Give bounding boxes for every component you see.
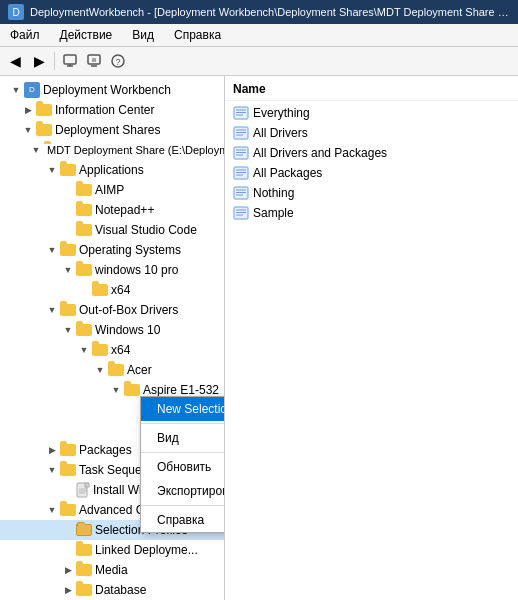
tree-label-win10pro: windows 10 pro	[95, 261, 178, 279]
expand-workbench[interactable]: ▼	[8, 82, 24, 98]
folder-icon-win10	[76, 324, 92, 336]
tree-item-deployment-shares[interactable]: ▼ Deployment Shares	[0, 120, 224, 140]
list-icon-everything	[233, 105, 249, 121]
toolbar-back[interactable]: ◀	[4, 50, 26, 72]
tree-label-packages: Packages	[79, 441, 132, 459]
tree-item-oob[interactable]: ▼ Out-of-Box Drivers	[0, 300, 224, 320]
workbench-icon: D	[24, 82, 40, 98]
expand-win10[interactable]: ▼	[60, 322, 76, 338]
list-icon-alldriverspackages	[233, 145, 249, 161]
tree-item-vscode[interactable]: Visual Studio Code	[0, 220, 224, 240]
context-menu-refresh[interactable]: Обновить	[141, 455, 225, 479]
toolbar-forward[interactable]: ▶	[28, 50, 50, 72]
expand-os[interactable]: ▼	[44, 242, 60, 258]
tree-label-oob: Out-of-Box Drivers	[79, 301, 178, 319]
expand-database[interactable]: ▶	[60, 582, 76, 598]
tree-item-acer[interactable]: ▼ Acer	[0, 360, 224, 380]
expand-acer[interactable]: ▼	[92, 362, 108, 378]
list-icon-alldrivers	[233, 125, 249, 141]
expand-win10pro[interactable]: ▼	[60, 262, 76, 278]
folder-icon-os	[60, 244, 76, 256]
toolbar-help[interactable]: ?	[107, 50, 129, 72]
expand-media[interactable]: ▶	[60, 562, 76, 578]
right-label-allpackages: All Packages	[253, 166, 322, 180]
tree-label-workbench: Deployment Workbench	[43, 81, 171, 99]
tree-item-workbench[interactable]: ▼ D Deployment Workbench	[0, 80, 224, 100]
folder-icon-oob	[60, 304, 76, 316]
right-item-allpackages[interactable]: All Packages	[225, 163, 518, 183]
menu-view[interactable]: Вид	[126, 26, 160, 44]
tree-item-x64-drivers[interactable]: ▼ x64	[0, 340, 224, 360]
tree-label-deployment-shares: Deployment Shares	[55, 121, 160, 139]
folder-icon-advancedconfig	[60, 504, 76, 516]
folder-icon-x64-drivers	[92, 344, 108, 356]
tree-label-x64-drivers: x64	[111, 341, 130, 359]
list-icon-sample	[233, 205, 249, 221]
folder-icon-linkeddeployment	[76, 544, 92, 556]
tree-label-media: Media	[95, 561, 128, 579]
tree-item-win10[interactable]: ▼ Windows 10	[0, 320, 224, 340]
tree-item-applications[interactable]: ▼ Applications	[0, 160, 224, 180]
tree-label-acer: Acer	[127, 361, 152, 379]
selection-folder-icon	[76, 524, 92, 536]
toolbar-action2[interactable]	[83, 50, 105, 72]
tree-label-aimp: AIMP	[95, 181, 124, 199]
menu-file[interactable]: Файл	[4, 26, 46, 44]
expand-info[interactable]: ▶	[20, 102, 36, 118]
tree-item-os[interactable]: ▼ Operating Systems	[0, 240, 224, 260]
right-item-sample[interactable]: Sample	[225, 203, 518, 223]
tree-item-win10pro[interactable]: ▼ windows 10 pro	[0, 260, 224, 280]
folder-icon-database	[76, 584, 92, 596]
tree-label-info: Information Center	[55, 101, 154, 119]
folder-icon-x64	[92, 284, 108, 296]
tree-item-x64[interactable]: x64	[0, 280, 224, 300]
title-text: DeploymentWorkbench - [Deployment Workbe…	[30, 6, 510, 18]
menu-help[interactable]: Справка	[168, 26, 227, 44]
context-menu-new-selection[interactable]: New Selection Profile	[141, 397, 225, 421]
tree-item-media[interactable]: ▶ Media	[0, 560, 224, 580]
expand-packages[interactable]: ▶	[44, 442, 60, 458]
expand-x64-drivers[interactable]: ▼	[76, 342, 92, 358]
svg-rect-0	[64, 55, 76, 64]
expand-mdt[interactable]: ▼	[28, 142, 44, 158]
tree-label-mdt: MDT Deployment Share (E:\DeploymentShare…	[47, 141, 224, 159]
tree-item-notepad[interactable]: Notepad++	[0, 200, 224, 220]
tree-panel: ▼ D Deployment Workbench ▶ Information C…	[0, 76, 225, 600]
right-item-everything[interactable]: Everything	[225, 103, 518, 123]
right-panel: Name Everything All Drivers All Drivers …	[225, 76, 518, 600]
folder-icon-info	[36, 104, 52, 116]
tree-item-info[interactable]: ▶ Information Center	[0, 100, 224, 120]
right-label-nothing: Nothing	[253, 186, 294, 200]
expand-aspire[interactable]: ▼	[108, 382, 124, 398]
toolbar-action1[interactable]	[59, 50, 81, 72]
context-menu-sep2	[141, 452, 225, 453]
right-item-alldrivers[interactable]: All Drivers	[225, 123, 518, 143]
folder-icon-packages	[60, 444, 76, 456]
folder-icon-aspire	[124, 384, 140, 396]
app-icon: D	[8, 4, 24, 20]
folder-icon-acer	[108, 364, 124, 376]
context-menu-help[interactable]: Справка	[141, 508, 225, 532]
main-content: ▼ D Deployment Workbench ▶ Information C…	[0, 76, 518, 600]
tree-item-linkeddeployment[interactable]: Linked Deployme...	[0, 540, 224, 560]
context-menu: New Selection Profile Вид ▶ Обновить Экс…	[140, 396, 225, 533]
tree-label-vscode: Visual Studio Code	[95, 221, 197, 239]
tree-item-database[interactable]: ▶ Database	[0, 580, 224, 600]
right-label-alldriverspackages: All Drivers and Packages	[253, 146, 387, 160]
expand-deployment-shares[interactable]: ▼	[20, 122, 36, 138]
tree-label-x64: x64	[111, 281, 130, 299]
folder-icon-media	[76, 564, 92, 576]
tree-label-os: Operating Systems	[79, 241, 181, 259]
expand-taskseq[interactable]: ▼	[44, 462, 60, 478]
expand-advancedconfig[interactable]: ▼	[44, 502, 60, 518]
menu-action[interactable]: Действие	[54, 26, 119, 44]
expand-oob[interactable]: ▼	[44, 302, 60, 318]
right-item-nothing[interactable]: Nothing	[225, 183, 518, 203]
right-item-alldriverspackages[interactable]: All Drivers and Packages	[225, 143, 518, 163]
tree-item-aimp[interactable]: AIMP	[0, 180, 224, 200]
context-menu-view[interactable]: Вид ▶	[141, 426, 225, 450]
tree-item-mdt[interactable]: ▼ MDT Deployment Share (E:\DeploymentSha…	[0, 140, 224, 160]
context-menu-export[interactable]: Экспортировать список...	[141, 479, 225, 503]
expand-applications[interactable]: ▼	[44, 162, 60, 178]
right-label-everything: Everything	[253, 106, 310, 120]
